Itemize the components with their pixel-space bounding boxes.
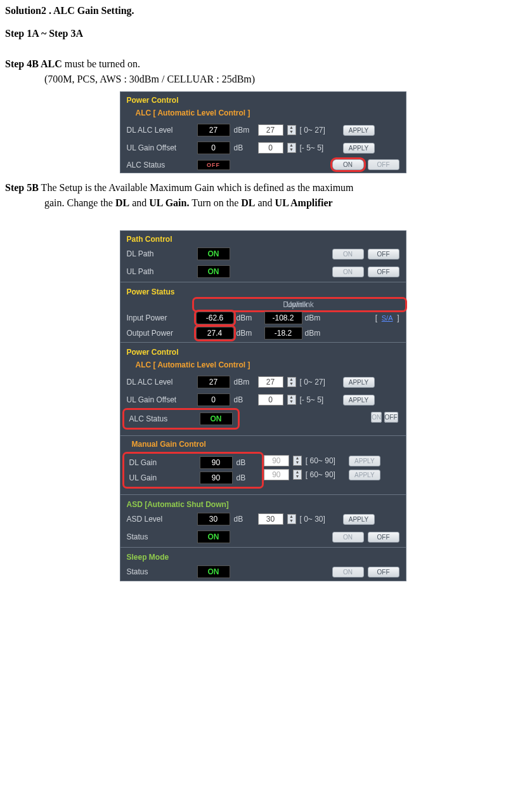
apply-button[interactable]: APPLY: [343, 143, 375, 154]
stepper[interactable]: ▲▼: [293, 470, 302, 480]
ul-gain-offset-input[interactable]: 0: [258, 394, 283, 406]
apply-button[interactable]: APPLY: [343, 125, 375, 136]
dbm-unit: dBm: [237, 329, 262, 338]
step-5b-label: Step 5B: [5, 182, 39, 193]
dl-bold: DL: [115, 197, 129, 208]
ul-gain-offset-value: 0: [197, 393, 230, 406]
ul-gain-label: UL Gain: [129, 473, 196, 482]
alc-status-row: ALC Status OFF ON OFF: [120, 157, 406, 173]
step-4b-sub: (700M, PCS, AWS : 30dBm / CELLUAR : 25dB…: [44, 74, 521, 85]
asd-status-value: ON: [197, 531, 230, 543]
off-button[interactable]: OFF: [368, 267, 399, 277]
on-button[interactable]: ON: [332, 249, 364, 260]
range-label: [ 60~ 90]: [306, 470, 345, 479]
asd-level-input[interactable]: 30: [258, 513, 283, 525]
dl-alc-level-value: 27: [197, 376, 230, 388]
on-button[interactable]: ON: [332, 267, 364, 277]
apply-button[interactable]: APPLY: [343, 514, 375, 525]
db-unit: dB: [234, 515, 254, 524]
input-power-ul-value: -108.2: [264, 312, 302, 324]
dl-alc-level-input[interactable]: 27: [258, 376, 283, 388]
alc-header: ALC [ Automatic Level Control ]: [120, 106, 406, 121]
step-4b-line: Step 4B ALC must be turned on.: [5, 58, 521, 70]
step-4b-text: must be turned on.: [62, 58, 140, 69]
doc-title: Solution2 . ALC Gain Setting.: [5, 5, 521, 16]
dbm-unit: dBm: [234, 126, 254, 135]
ul-gain-offset-row: UL Gain Offset 0 dB 0 ▲▼ [- 5~ 5] APPLY: [120, 139, 406, 157]
ul-path-row: UL Path ON ON OFF: [120, 263, 406, 280]
input-power-dl-value: -62.6: [196, 312, 234, 324]
sa-link[interactable]: S/A: [382, 314, 393, 322]
step-5b-t2a: gain. Change the: [44, 197, 115, 208]
dbm-unit: dBm: [305, 313, 330, 322]
stepper[interactable]: ▲▼: [287, 143, 296, 153]
dl-alc-level-range: [ 0~ 27]: [300, 126, 339, 135]
output-power-dl-value: 27.4: [196, 327, 234, 340]
step-4b-label: Step 4B ALC: [5, 58, 62, 69]
dl-gain-value: 90: [200, 456, 233, 469]
sleep-mode-header: Sleep Mode: [120, 549, 406, 563]
alc-status-label: ALC Status: [127, 161, 193, 169]
range-label: [ 0~ 30]: [300, 515, 339, 524]
output-power-label: Output Power: [127, 329, 193, 338]
step-1a-3a: Step 1A ~ Step 3A: [5, 28, 521, 39]
ul-path-label: UL Path: [127, 267, 193, 276]
dl-gain-label: DL Gain: [129, 458, 196, 467]
dl-path-label: DL Path: [127, 249, 193, 258]
apply-button[interactable]: APPLY: [349, 456, 380, 466]
apply-button[interactable]: APPLY: [343, 395, 375, 406]
apply-button[interactable]: APPLY: [343, 377, 375, 388]
asd-status-label: Status: [127, 532, 193, 541]
dl-alc-level-value: 27: [197, 124, 230, 136]
range-label: [ 0~ 27]: [300, 378, 339, 386]
ul-gain-offset-value: 0: [197, 142, 230, 154]
power-control-panel-1: Power Control ALC [ Automatic Level Cont…: [120, 91, 406, 173]
ul-path-value: ON: [197, 265, 230, 278]
range-label: [- 5~ 5]: [300, 395, 339, 404]
ulamp-bold: UL Amplifier: [275, 197, 333, 208]
sleep-status-label: Status: [127, 567, 193, 576]
range-label: [ 60~ 90]: [306, 456, 345, 465]
on-button[interactable]: ON: [332, 567, 364, 577]
output-power-row: Output Power 27.4 dBm -18.2 dBm: [120, 326, 406, 341]
asd-level-label: ASD Level: [127, 515, 193, 524]
db-unit: dB: [237, 458, 257, 467]
dbm-unit: dBm: [305, 329, 330, 338]
ul-gain-offset-label: UL Gain Offset: [127, 143, 193, 152]
stepper[interactable]: ▲▼: [287, 125, 296, 135]
apply-button[interactable]: APPLY: [349, 470, 380, 480]
stepper[interactable]: ▲▼: [287, 377, 296, 387]
dl2-bold: DL: [241, 197, 255, 208]
dl-gain-input[interactable]: 90: [264, 455, 289, 466]
step-5b-line2: gain. Change the DL and UL Gain. Turn on…: [44, 197, 521, 209]
on-button[interactable]: ON: [371, 412, 382, 423]
off-button[interactable]: OFF: [368, 159, 399, 170]
dl-alc-level-row-2: DL ALC Level 27 dBm 27 ▲▼ [ 0~ 27] APPLY: [120, 373, 406, 391]
stepper[interactable]: ▲▼: [287, 395, 296, 405]
off-button[interactable]: OFF: [368, 249, 399, 260]
on-button[interactable]: ON: [332, 532, 364, 543]
off-button[interactable]: OFF: [384, 412, 398, 423]
dl-path-row: DL Path ON ON OFF: [120, 245, 406, 263]
ul-gain-offset-input[interactable]: 0: [258, 142, 283, 154]
ul-gain-input[interactable]: 90: [264, 469, 289, 480]
dl-alc-level-input[interactable]: 27: [258, 124, 283, 136]
asd-level-row: ASD Level 30 dB 30 ▲▼ [ 0~ 30] APPLY: [120, 510, 406, 528]
off-button[interactable]: OFF: [368, 532, 399, 543]
db-unit: dB: [234, 143, 254, 152]
input-power-row: Input Power -62.6 dBm -108.2 dBm [ S/A ]: [120, 310, 406, 326]
alc-status-value: OFF: [197, 160, 230, 170]
on-button[interactable]: ON: [332, 159, 364, 170]
power-control-header-2: Power Control: [120, 344, 406, 358]
dl-alc-level-row: DL ALC Level 27 dBm 27 ▲▼ [ 0~ 27] APPLY: [120, 121, 406, 139]
alc-header-2: ALC [ Automatic Level Control ]: [120, 358, 406, 373]
stepper[interactable]: ▲▼: [293, 456, 302, 466]
off-button[interactable]: OFF: [368, 567, 399, 577]
power-control-header: Power Control: [120, 92, 406, 106]
stepper[interactable]: ▲▼: [287, 514, 296, 524]
dl-alc-level-label: DL ALC Level: [127, 378, 193, 386]
sleep-status-row: Status ON ON OFF: [120, 563, 406, 581]
ul-gain-value: 90: [200, 472, 233, 484]
uplink-col: Uplink: [264, 300, 330, 309]
dbm-unit: dBm: [237, 313, 262, 322]
